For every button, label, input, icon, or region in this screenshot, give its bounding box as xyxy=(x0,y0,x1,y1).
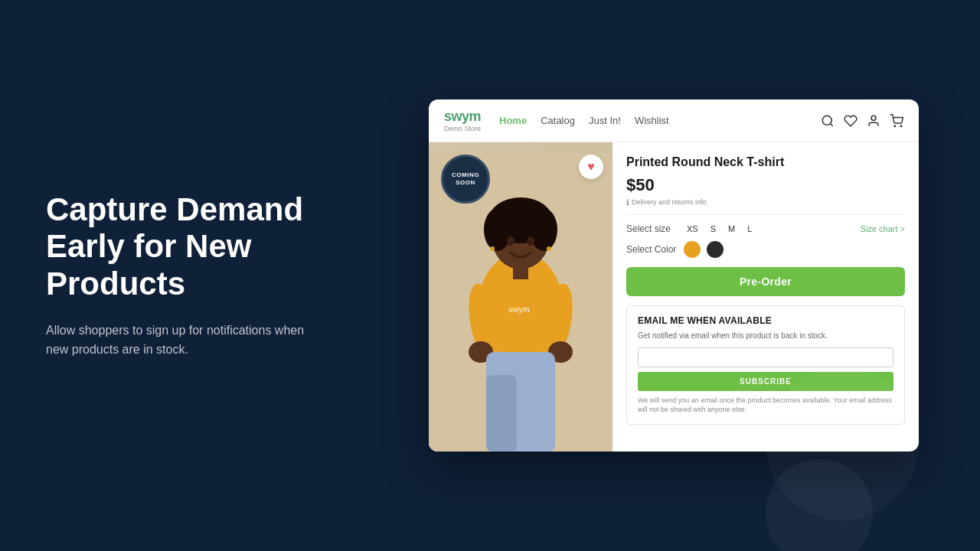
color-row: Select Color xyxy=(626,241,905,258)
navbar: swym Demo Store Home Catalog Just In! Wi… xyxy=(429,99,919,142)
left-panel: Capture Demand Early for New Products Al… xyxy=(0,145,368,406)
color-label: Select Color xyxy=(626,244,676,255)
email-notify-desc: Get notified via email when this product… xyxy=(638,331,893,341)
info-icon: ℹ xyxy=(626,198,629,207)
product-title: Printed Round Neck T-shirt xyxy=(626,155,905,171)
product-details: Printed Round Neck T-shirt $50 ℹ Deliver… xyxy=(612,142,919,452)
right-panel: swym Demo Store Home Catalog Just In! Wi… xyxy=(368,84,980,467)
delivery-info: ℹ Delivery and returns info xyxy=(626,198,905,207)
svg-text:swym: swym xyxy=(508,305,530,314)
store-card: swym Demo Store Home Catalog Just In! Wi… xyxy=(429,99,919,452)
svg-point-0 xyxy=(822,116,831,125)
preorder-button[interactable]: Pre-Order xyxy=(626,267,905,296)
svg-point-3 xyxy=(900,126,902,127)
product-price: $50 xyxy=(626,175,655,195)
search-icon[interactable] xyxy=(821,114,835,128)
delivery-label[interactable]: Delivery and returns info xyxy=(632,198,707,206)
svg-point-2 xyxy=(894,126,896,127)
svg-point-1 xyxy=(871,116,876,120)
svg-rect-16 xyxy=(486,375,517,452)
svg-rect-10 xyxy=(513,264,528,279)
logo-area: swym Demo Store xyxy=(444,109,481,132)
color-swatch-orange[interactable] xyxy=(684,241,701,258)
divider xyxy=(626,214,905,215)
size-label: Select size xyxy=(626,223,676,234)
logo-text: swym xyxy=(444,109,481,125)
size-chart-link[interactable]: Size chart > xyxy=(861,224,905,233)
privacy-note: We will send you an email once the produ… xyxy=(638,396,893,415)
product-wishlist-button[interactable]: ♥ xyxy=(579,155,603,179)
nav-home[interactable]: Home xyxy=(499,115,527,126)
size-options: XS S M L xyxy=(684,223,755,235)
card-body: COMING SOON ♥ xyxy=(429,142,919,452)
email-notify-box: EMAIL ME WHEN AVAILABLE Get notified via… xyxy=(626,305,905,425)
user-icon[interactable] xyxy=(867,114,880,128)
nav-just-in[interactable]: Just In! xyxy=(589,115,621,126)
svg-point-8 xyxy=(484,208,511,251)
size-s[interactable]: S xyxy=(707,223,719,235)
svg-rect-17 xyxy=(524,375,555,452)
size-l[interactable]: L xyxy=(744,223,755,235)
price-row: $50 xyxy=(626,175,905,195)
coming-soon-badge: COMING SOON xyxy=(441,155,490,204)
wishlist-heart-icon[interactable] xyxy=(844,114,858,128)
headline: Capture Demand Early for New Products xyxy=(46,191,322,302)
svg-point-21 xyxy=(490,246,495,251)
subtext: Allow shoppers to sign up for notificati… xyxy=(46,321,322,360)
nav-icons xyxy=(821,114,903,128)
svg-point-22 xyxy=(547,246,551,251)
coming-soon-line1: COMING xyxy=(452,171,479,179)
svg-point-9 xyxy=(530,208,557,251)
logo-sub: Demo Store xyxy=(444,125,481,132)
product-image-container: COMING SOON ♥ xyxy=(429,142,612,452)
size-xs[interactable]: XS xyxy=(684,223,701,235)
nav-catalog[interactable]: Catalog xyxy=(541,115,575,126)
deco-circle-2 xyxy=(766,459,873,551)
color-swatch-black[interactable] xyxy=(707,241,724,258)
size-row: Select size XS S M L Size chart > xyxy=(626,223,905,235)
nav-links: Home Catalog Just In! Wishlist xyxy=(499,115,821,126)
color-swatches xyxy=(684,241,724,258)
subscribe-button[interactable]: SUBSCRIBE xyxy=(638,372,893,391)
email-input[interactable] xyxy=(638,347,893,367)
nav-wishlist[interactable]: Wishlist xyxy=(635,115,669,126)
cart-icon[interactable] xyxy=(890,114,903,128)
coming-soon-line2: SOON xyxy=(456,179,475,187)
heart-filled-icon: ♥ xyxy=(587,160,595,174)
email-notify-title: EMAIL ME WHEN AVAILABLE xyxy=(638,315,893,326)
svg-point-20 xyxy=(527,236,534,246)
svg-point-19 xyxy=(507,236,514,246)
size-m[interactable]: M xyxy=(725,223,738,235)
